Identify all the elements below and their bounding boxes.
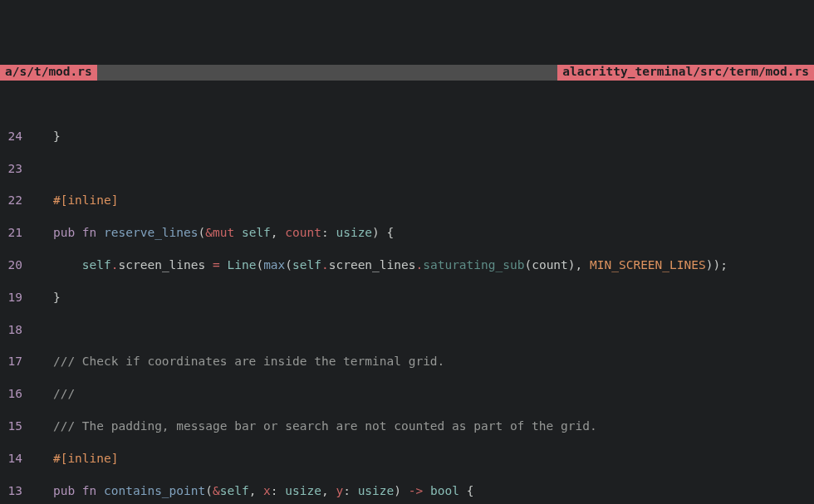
gutter: 16 <box>2 386 24 402</box>
gutter: 20 <box>2 257 24 273</box>
code-line[interactable]: /// <box>24 386 814 402</box>
code-line[interactable]: /// Check if coordinates are inside the … <box>24 354 814 369</box>
gutter: 23 <box>2 161 24 177</box>
gutter: 13 <box>2 483 24 499</box>
buffer-path-full: alacritty_terminal/src/term/mod.rs <box>557 65 814 81</box>
code-line[interactable]: pub fn reserve_lines(&mut self, count: u… <box>24 225 814 241</box>
gutter: 14 <box>2 451 24 467</box>
gutter: 22 <box>2 193 24 208</box>
code-line[interactable]: } <box>24 129 814 144</box>
top-bar: a/s/t/mod.rs alacritty_terminal/src/term… <box>0 65 814 81</box>
gutter: 21 <box>2 225 24 241</box>
code-line[interactable]: /// The padding, message bar or search a… <box>24 418 814 434</box>
code-line[interactable]: #[inline] <box>24 451 814 467</box>
gutter: 17 <box>2 354 24 369</box>
gutter: 15 <box>2 418 24 434</box>
gutter: 24 <box>2 129 24 144</box>
code-line[interactable]: #[inline] <box>24 193 814 208</box>
editor-viewport[interactable]: 24 } 23 22 #[inline] 21 pub fn reserve_l… <box>0 112 814 504</box>
code-line[interactable] <box>24 322 814 338</box>
code-line[interactable]: self.screen_lines = Line(max(self.screen… <box>24 257 814 273</box>
buffer-path-short: a/s/t/mod.rs <box>0 65 97 81</box>
code-line[interactable] <box>24 161 814 177</box>
gutter: 19 <box>2 290 24 306</box>
code-line[interactable]: pub fn contains_point(&self, x: usize, y… <box>24 483 814 499</box>
code-line[interactable]: } <box>24 290 814 306</box>
gutter: 18 <box>2 322 24 338</box>
